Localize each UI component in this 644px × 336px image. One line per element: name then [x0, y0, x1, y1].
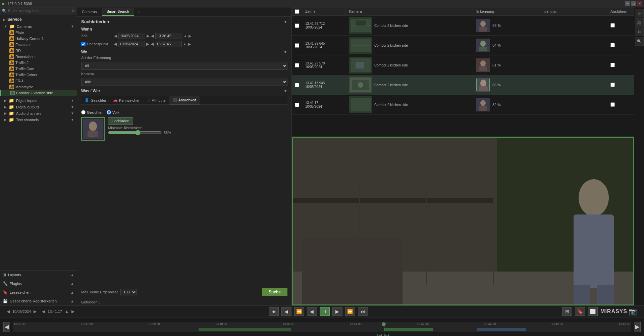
similarity-slider[interactable] — [108, 130, 162, 135]
timeline-next-button[interactable]: ▶ — [634, 322, 641, 332]
sidebar-item-plugins[interactable]: 🔧 Plugins ▲ — [0, 279, 77, 288]
layout-single-button[interactable]: ⬜ — [588, 307, 598, 316]
sidebar-item-hallway[interactable]: 🎥 Hallway Corner 1 — [0, 36, 77, 42]
end-time-down[interactable]: ▶ — [188, 42, 191, 46]
end-date-input[interactable]: ◀ ▶ ◀ ▲ ▶ — [114, 41, 191, 47]
kamera-select-wrapper[interactable]: Alle — [81, 78, 287, 86]
col-erkennung[interactable]: Erkennung — [473, 7, 540, 15]
pause-button[interactable]: ⏸ — [320, 307, 330, 316]
max-results-select[interactable]: 100 — [120, 289, 137, 295]
row3-checkbox[interactable] — [295, 63, 299, 67]
sidebar-item-audio[interactable]: ▶ 📁 Audio channels ▼ — [0, 110, 77, 116]
up-time-button[interactable]: ▲ — [65, 309, 69, 314]
down-time-button[interactable]: ▶ — [71, 309, 74, 314]
sidebar-item-traffic2[interactable]: 🎥 Traffic 2 — [0, 60, 77, 66]
start-time-field[interactable] — [155, 33, 182, 39]
maximize-button[interactable]: □ — [631, 1, 636, 6]
row1-checkbox[interactable] — [295, 23, 299, 28]
sidebar-item-motorcycle[interactable]: 🎥 Motorcycle — [0, 84, 77, 90]
subtab-kennzeichen[interactable]: 🚗 Kennzeichen — [110, 96, 144, 104]
title-bar-controls[interactable]: ─ □ ✕ — [625, 1, 642, 6]
start-time-down[interactable]: ▶ — [189, 34, 191, 38]
end-time-up[interactable]: ▲ — [183, 42, 187, 46]
step-back-button[interactable]: ◀ — [281, 307, 291, 316]
right-btn-settings[interactable]: ⚙ — [635, 28, 644, 36]
start-date-field[interactable] — [118, 33, 145, 39]
row5-checkbox[interactable] — [295, 103, 299, 107]
select-all-checkbox[interactable] — [295, 9, 299, 14]
radio-gesichter[interactable] — [81, 110, 86, 114]
right-btn-camera[interactable]: 🎥 — [635, 18, 644, 27]
sidebar-search-bar[interactable]: 🔍 ✕ — [0, 7, 77, 14]
layout-grid-button[interactable]: ⊞ — [562, 307, 572, 316]
sidebar-item-layouts[interactable]: ⊞ Layouts ▲ — [0, 271, 77, 279]
right-btn-grid[interactable]: ⊞ — [635, 9, 644, 17]
col-zeit[interactable]: Zeit ▼ — [302, 7, 345, 15]
next-date-button[interactable]: ▶ — [34, 309, 37, 314]
start-date-right-arrow[interactable]: ▶ — [147, 34, 150, 38]
fast-forward-button[interactable]: ⏩ — [345, 307, 355, 316]
endzeit-checkbox-row[interactable]: Endzeitpunkt — [81, 42, 108, 46]
service-header[interactable]: ▶ Service — [0, 16, 77, 23]
upload-button[interactable]: Hochladen — [108, 117, 133, 125]
sidebar-item-roundabout[interactable]: 🎥 Roundabout — [0, 54, 77, 60]
sidebar-item-rd[interactable]: 🎥 RD — [0, 48, 77, 54]
row5-ausfuhren-checkbox[interactable] — [610, 102, 615, 107]
subtab-ahnlichkeit[interactable]: ⬛ Ähnlichkeit — [169, 96, 200, 104]
close-button[interactable]: ✕ — [637, 1, 642, 6]
timeline[interactable]: ◀ 13.38.30 13.39.00 13.39.30 13.40.00 13… — [0, 318, 644, 336]
row2-checkbox[interactable] — [295, 43, 299, 48]
col-kamera[interactable]: Kamera — [345, 7, 473, 15]
was-wer-toggle[interactable]: ▼ — [283, 89, 287, 93]
radio-volk[interactable] — [107, 110, 111, 114]
row1-ausfuhren-checkbox[interactable] — [610, 23, 615, 28]
end-date-field[interactable] — [118, 41, 145, 47]
right-btn-search[interactable]: 🔍 — [635, 37, 644, 46]
kamera-select[interactable]: Alle — [81, 78, 287, 86]
start-date-input[interactable]: ◀ ▶ ◀ ▲ ▶ — [114, 33, 191, 39]
end-date-right-arrow[interactable]: ▶ — [146, 42, 149, 46]
timeline-prev-button[interactable]: ◀ — [3, 322, 10, 332]
radio-gesichter-label[interactable]: Gesichter — [81, 110, 103, 114]
sidebar-item-corridor[interactable]: 🎥 Corridor 2 kitchen side — [0, 90, 77, 96]
sidebar-item-cameras[interactable]: ▼ 📁 Cameras ▼ — [0, 23, 77, 30]
search-button[interactable]: Suche — [262, 288, 287, 296]
tab-cameras[interactable]: Cameras — [77, 8, 102, 15]
sidebar-item-lesezeichen[interactable]: 🔖 Lesezeichen ▲ — [0, 288, 77, 297]
sidebar-item-trafficcam[interactable]: 🎥 Traffic Cam — [0, 66, 77, 72]
table-row[interactable]: 13.41.29.712 10/05/2024 Corridor 2 kitch… — [292, 16, 634, 36]
prev-keyframe-button[interactable]: ⏮ — [269, 307, 279, 316]
end-time-field[interactable] — [155, 41, 182, 47]
col-identitat[interactable]: Identität — [540, 7, 607, 15]
timeline-track[interactable]: 13.38.30 13.39.00 13.39.30 13.40.00 13.4… — [13, 322, 631, 332]
clear-search-icon[interactable]: ✕ — [71, 8, 75, 13]
sidebar-item-escalator[interactable]: 🎥 Escalator — [0, 42, 77, 48]
sidebar-item-plate[interactable]: 🎥 Plate — [0, 30, 77, 36]
sidebar-item-text-channels[interactable]: ▶ 📁 Text channels ▼ — [0, 116, 77, 123]
prev-date-button[interactable]: ◀ — [7, 309, 10, 314]
play-button[interactable]: ▶ — [332, 307, 342, 316]
table-row[interactable]: 13.41.17.945 10/05/2024 Corridor 2 kitch… — [292, 75, 634, 95]
minimize-button[interactable]: ─ — [625, 1, 630, 6]
sidebar-item-digital-inputs[interactable]: ▶ 📁 Digital inputs ▼ — [0, 97, 77, 104]
start-time-left-arrow[interactable]: ◀ — [151, 34, 154, 38]
row4-checkbox[interactable] — [295, 83, 299, 87]
tab-add-button[interactable]: + — [134, 7, 144, 16]
art-select[interactable]: All — [81, 62, 287, 70]
bookmark-button[interactable]: 🔖 — [575, 307, 585, 316]
row3-ausfuhren-checkbox[interactable] — [610, 63, 615, 67]
end-date-left-arrow[interactable]: ◀ — [114, 42, 117, 46]
wo-toggle[interactable]: ▼ — [283, 50, 287, 54]
art-select-wrapper[interactable]: All — [81, 62, 287, 70]
tab-smart-search[interactable]: Smart Search — [102, 8, 134, 16]
table-row[interactable]: 13.41.29.578 10/05/2024 Corridor 2 kitch… — [292, 55, 634, 75]
table-row[interactable]: 13.41.17 10/05/2024 Corridor 2 kitchen s… — [292, 95, 634, 115]
sidebar-item-digital-outputs[interactable]: ▶ 📁 Digital outputs ▼ — [0, 104, 77, 110]
table-row[interactable]: 13.41.29.645 10/05/2024 Corridor 2 kitch… — [292, 36, 634, 55]
back-button[interactable]: ◀ — [307, 307, 317, 316]
start-time-up[interactable]: ▲ — [183, 34, 187, 38]
start-date-left-arrow[interactable]: ◀ — [114, 34, 117, 38]
row4-ausfuhren-checkbox[interactable] — [610, 83, 615, 87]
endzeit-checkbox[interactable] — [81, 42, 86, 46]
subtab-attribute[interactable]: ☰ Attribute — [144, 96, 169, 104]
